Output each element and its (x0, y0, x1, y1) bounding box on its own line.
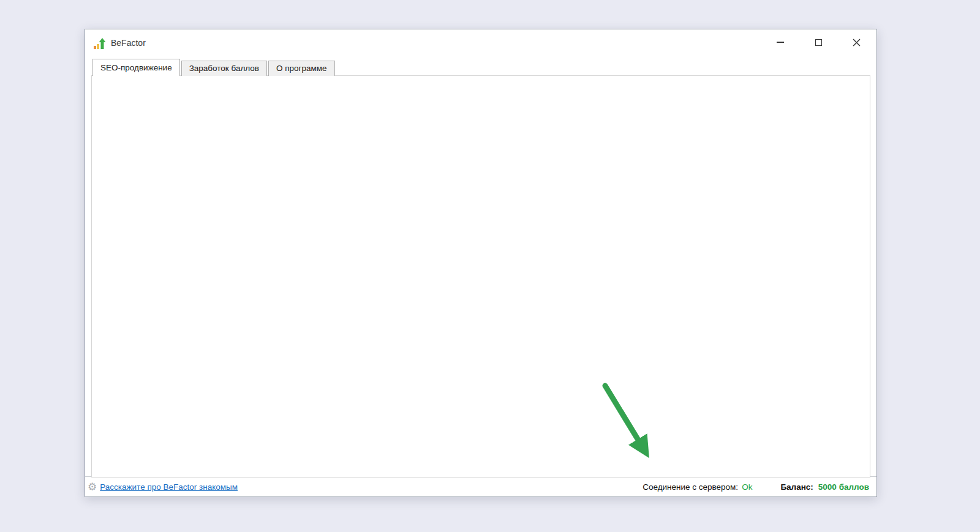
share-link[interactable]: Расскажите про BeFactor знакомым (100, 482, 238, 492)
gear-icon: ⚙ (88, 482, 97, 492)
maximize-icon (815, 39, 822, 46)
connection-status-value: Ok (742, 482, 752, 492)
tab-strip: SEO-продвижениеЗаработок балловО програм… (92, 59, 336, 76)
tab-earn-points[interactable]: Заработок баллов (181, 61, 267, 76)
status-bar: ⚙ Расскажите про BeFactor знакомым Соеди… (85, 476, 876, 496)
window-controls (761, 31, 875, 54)
close-button[interactable] (837, 31, 875, 54)
close-icon (853, 39, 861, 47)
minimize-button[interactable] (761, 31, 799, 54)
app-window: BeFactor SEO-продвижениеЗаработок баллов… (85, 29, 877, 497)
balance-label: Баланс: (780, 482, 813, 492)
balance-value: 5000 баллов (818, 482, 869, 492)
window-title: BeFactor (111, 38, 146, 48)
minimize-icon (777, 42, 784, 43)
tab-seo-promotion[interactable]: SEO-продвижение (92, 59, 180, 76)
app-logo-icon (93, 37, 107, 50)
connection-label: Соединение с сервером: (643, 482, 738, 492)
title-bar: BeFactor (85, 29, 876, 59)
tab-page-seo (91, 75, 870, 478)
maximize-button[interactable] (799, 31, 837, 54)
tab-about[interactable]: О программе (268, 61, 335, 76)
